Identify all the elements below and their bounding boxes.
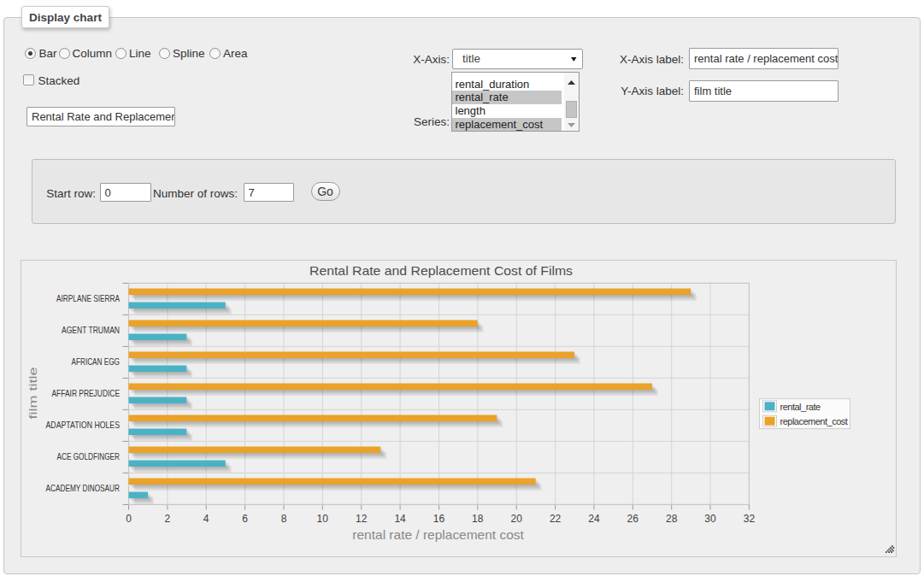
svg-text:6: 6 — [242, 513, 248, 525]
svg-text:ACADEMY DINOSAUR: ACADEMY DINOSAUR — [46, 483, 121, 493]
svg-text:AGENT TRUMAN: AGENT TRUMAN — [62, 325, 120, 335]
svg-text:24: 24 — [588, 513, 600, 525]
svg-text:rental rate / replacement cost: rental rate / replacement cost — [352, 527, 524, 542]
svg-text:30: 30 — [704, 513, 716, 525]
svg-text:ADAPTATION HOLES: ADAPTATION HOLES — [46, 420, 121, 430]
svg-text:26: 26 — [627, 513, 639, 525]
svg-text:rental_rate: rental_rate — [780, 402, 821, 412]
svg-text:20: 20 — [511, 513, 523, 525]
svg-text:14: 14 — [394, 513, 406, 525]
svg-text:32: 32 — [744, 513, 756, 525]
svg-text:18: 18 — [472, 513, 484, 525]
svg-text:10: 10 — [317, 513, 329, 525]
svg-text:0: 0 — [126, 513, 132, 525]
svg-text:22: 22 — [550, 513, 562, 525]
svg-text:16: 16 — [433, 513, 445, 525]
svg-text:AFRICAN EGG: AFRICAN EGG — [72, 356, 121, 367]
svg-text:replacement_cost: replacement_cost — [780, 416, 848, 426]
svg-text:4: 4 — [203, 513, 209, 525]
svg-text:2: 2 — [165, 513, 171, 525]
svg-text:film title: film title — [26, 367, 39, 420]
svg-text:12: 12 — [356, 513, 368, 525]
svg-text:ACE GOLDFINGER: ACE GOLDFINGER — [57, 451, 121, 461]
svg-text:AFFAIR PREJUDICE: AFFAIR PREJUDICE — [52, 388, 121, 398]
svg-text:AIRPLANE SIERRA: AIRPLANE SIERRA — [56, 293, 120, 303]
svg-text:Rental Rate and Replacement Co: Rental Rate and Replacement Cost of Film… — [309, 263, 573, 278]
svg-text:8: 8 — [281, 513, 287, 525]
svg-text:28: 28 — [666, 513, 678, 525]
